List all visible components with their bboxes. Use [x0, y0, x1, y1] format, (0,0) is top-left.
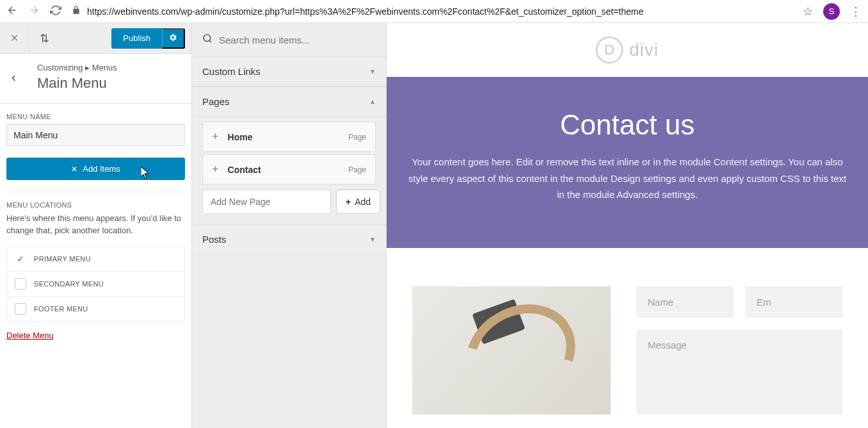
lock-icon [72, 6, 81, 17]
mouse-cursor [141, 167, 150, 182]
url-text: https://webinvents.com/wp-admin/customiz… [87, 6, 643, 17]
add-new-page-input[interactable] [202, 190, 331, 214]
add-items-button[interactable]: ✕ Add Items [6, 158, 185, 180]
back-chevron-icon[interactable]: ‹ [12, 70, 31, 85]
page-item-home[interactable]: + Home Page [202, 122, 376, 152]
add-items-panel: Custom Links ▼ Pages ▲ + Home Page + Con… [192, 23, 387, 428]
hero-description: Your content goes here. Edit or remove t… [406, 154, 849, 203]
page-item-contact[interactable]: + Contact Page [202, 154, 376, 185]
menu-name-input[interactable] [6, 124, 185, 146]
bookmark-star-icon[interactable]: ☆ [803, 4, 813, 19]
plus-icon: + [212, 163, 219, 176]
publish-button[interactable]: Publish [111, 28, 162, 49]
contact-image[interactable] [412, 286, 611, 415]
menu-locations-description: Here's where this menu appears. If you'd… [6, 213, 185, 237]
checkbox-icon [15, 278, 26, 290]
menu-locations-label: MENU LOCATIONS [6, 201, 185, 209]
delete-menu-link[interactable]: Delete Menu [6, 331, 54, 340]
hero-section[interactable]: Contact us Your content goes here. Edit … [387, 77, 868, 248]
site-logo-text: divi [629, 40, 659, 60]
add-new-page-button[interactable]: + Add [336, 190, 380, 214]
menu-name-label: MENU NAME [6, 113, 185, 120]
breadcrumb: Customizing ▸ Menus [37, 63, 117, 72]
location-footer-menu[interactable]: FOOTER MENU [7, 297, 184, 321]
contact-section: Name Em Message [387, 248, 868, 415]
nav-forward-icon[interactable] [28, 4, 40, 19]
close-icon: ✕ [71, 165, 77, 174]
reload-icon[interactable] [50, 4, 61, 19]
browser-menu-icon[interactable]: ⋮ [850, 4, 862, 19]
site-header[interactable]: D divi [387, 23, 868, 77]
message-textarea[interactable]: Message [636, 329, 842, 415]
site-preview: D divi Contact us Your content goes here… [387, 23, 868, 428]
checkbox-checked-icon: ✓ [15, 253, 26, 265]
hero-title: Contact us [406, 109, 849, 141]
plus-icon: + [346, 197, 351, 207]
checkbox-icon [15, 303, 26, 315]
device-toggle-icon[interactable]: ⇅ [29, 23, 59, 54]
address-bar[interactable]: https://webinvents.com/wp-admin/customiz… [72, 6, 792, 17]
menu-locations-list: ✓ PRIMARY MENU SECONDARY MENU FOOTER MEN… [6, 246, 185, 322]
location-secondary-menu[interactable]: SECONDARY MENU [7, 272, 184, 297]
search-icon [202, 33, 213, 46]
accordion-pages[interactable]: Pages ▲ [192, 86, 386, 117]
plus-icon: + [212, 130, 219, 144]
accordion-posts[interactable]: Posts ▼ [192, 224, 386, 254]
browser-toolbar: https://webinvents.com/wp-admin/customiz… [0, 0, 868, 23]
customizer-sidebar: ✕ ⇅ Publish ‹ Customizing ▸ Menus Main M… [0, 23, 192, 428]
contact-form: Name Em Message [636, 286, 842, 415]
site-logo-icon: D [596, 37, 623, 63]
close-customizer-button[interactable]: ✕ [0, 23, 29, 54]
email-input[interactable]: Em [745, 286, 842, 318]
breadcrumb-link[interactable]: Menus [92, 63, 117, 72]
nav-back-icon[interactable] [6, 4, 18, 19]
profile-avatar[interactable]: S [823, 3, 840, 20]
chevron-down-icon: ▼ [369, 68, 376, 75]
chevron-down-icon: ▼ [369, 236, 376, 243]
publish-settings-button[interactable] [162, 28, 185, 49]
search-menu-items-input[interactable] [219, 35, 376, 45]
location-primary-menu[interactable]: ✓ PRIMARY MENU [7, 247, 184, 272]
name-input[interactable]: Name [636, 286, 734, 318]
svg-point-0 [204, 35, 211, 42]
chevron-up-icon: ▲ [369, 98, 376, 105]
section-title: Main Menu [37, 75, 117, 92]
accordion-custom-links[interactable]: Custom Links ▼ [192, 56, 386, 86]
